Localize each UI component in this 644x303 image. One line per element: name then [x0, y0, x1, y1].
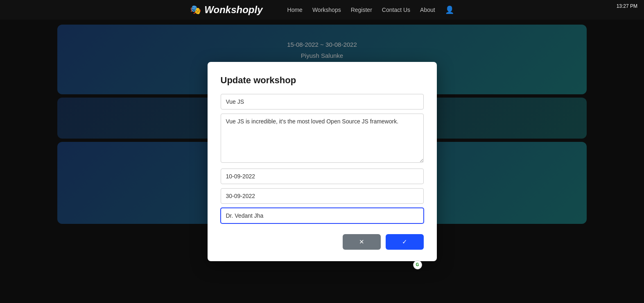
workshop-end-date-input[interactable]	[221, 188, 424, 204]
confirm-icon: ✓	[402, 238, 407, 245]
nav-about[interactable]: About	[420, 7, 435, 13]
brand-name: Wonkshoply	[204, 4, 262, 16]
workshop-name-input[interactable]	[221, 94, 424, 109]
workshop-start-date-input[interactable]	[221, 169, 424, 184]
update-workshop-modal: Update workshop G ✕ ✓	[208, 62, 437, 261]
nav-home[interactable]: Home	[287, 7, 303, 13]
nav-register[interactable]: Register	[351, 7, 372, 13]
textarea-wrapper: G	[221, 114, 424, 169]
nav-links: Home Workshops Register Contact Us About…	[287, 5, 454, 14]
time-display: 13:27 PM	[617, 3, 637, 9]
modal-buttons: ✕ ✓	[221, 234, 424, 250]
brand-icon: 🎭	[190, 5, 201, 15]
workshop-instructor-input[interactable]	[221, 208, 424, 223]
brand-logo[interactable]: 🎭 Wonkshoply	[190, 4, 262, 16]
navbar: 🎭 Wonkshoply Home Workshops Register Con…	[0, 0, 644, 20]
modal-title: Update workshop	[221, 75, 424, 86]
cancel-icon: ✕	[359, 238, 364, 245]
confirm-button[interactable]: ✓	[386, 234, 424, 250]
content-area: 15-08-2022 ~ 30-08-2022 Piyush Salunke ✏…	[0, 20, 644, 303]
nav-contact[interactable]: Contact Us	[382, 7, 410, 13]
nav-workshops[interactable]: Workshops	[312, 7, 341, 13]
cancel-button[interactable]: ✕	[343, 234, 381, 250]
workshop-description-input[interactable]	[221, 114, 424, 163]
grammarly-icon: G	[413, 260, 422, 269]
modal-overlay: Update workshop G ✕ ✓	[0, 20, 644, 303]
user-icon[interactable]: 👤	[445, 5, 454, 14]
